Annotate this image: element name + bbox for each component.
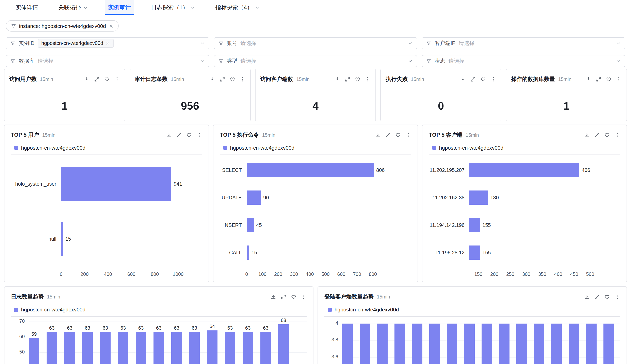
tab-topology[interactable]: 关联拓扑 [55,0,91,15]
filter-select-client-ip[interactable]: 客户端IP 请选择 [422,37,625,49]
category-label: 11.196.28.12 [429,239,465,266]
fullscreen-icon[interactable] [594,132,600,138]
download-icon[interactable] [586,76,591,82]
x-tick-label: 400 [306,272,314,277]
category-label: null [11,211,56,266]
selected-tag-text: hgpostcn-cn-wte4gdexv00d [41,40,103,46]
x-tick-label: 250 [506,272,514,277]
download-icon[interactable] [209,76,215,82]
filter-select-account[interactable]: 账号 请选择 [214,37,417,49]
value-label: 63 [263,325,269,331]
favorite-icon[interactable] [186,132,192,138]
download-icon[interactable] [84,76,90,82]
favorite-icon[interactable] [355,76,361,82]
tab-metric-explore[interactable]: 指标探索（4） [212,0,263,15]
favorite-icon[interactable] [604,294,610,300]
legend[interactable]: hgpostcn-cn-wte4gdexv00d [429,141,620,155]
fullscreen-icon[interactable] [281,294,286,300]
tab-log-explore[interactable]: 日志探索（1） [148,0,198,15]
filter-select-database[interactable]: 数据库 请选择 [6,55,209,67]
chart-card-top5-commands: TOP 5 执行命令 15min hgpostcn-cn-wte4gdexv00… [213,124,418,282]
y-tick-label: 3.6 [331,354,338,360]
fullscreen-icon[interactable] [596,76,601,82]
tab-instance-audit[interactable]: 实例审计 [105,0,134,15]
value-label: 63 [192,325,197,331]
bar [603,323,614,364]
more-icon[interactable] [614,294,620,300]
chevron-down-icon [190,5,195,10]
legend[interactable]: hgpostcn-cn-wte4gdexv00d [220,141,411,155]
download-icon[interactable] [375,132,381,138]
download-icon[interactable] [335,76,340,82]
bar [247,190,261,205]
filter-section: instance: hgpostcn-cn-wte4gdexv00d 实例ID … [0,15,631,67]
close-icon[interactable] [106,41,110,46]
bar [47,332,57,364]
chart-title: TOP 5 客户端 [429,132,463,139]
favorite-icon[interactable] [604,132,610,138]
chart-card-log-count-trend: 日志数量趋势 15min hgpostcn-cn-wte4gdexv00d 70… [4,286,313,364]
value-label: 15 [65,211,71,266]
fullscreen-icon[interactable] [176,132,182,138]
fullscreen-icon[interactable] [219,76,225,82]
fullscreen-icon[interactable] [345,76,350,82]
filter-select-type[interactable]: 类型 请选择 [214,55,417,67]
more-icon[interactable] [614,132,620,138]
legend[interactable]: hgpostcn-cn-wte4gdexv00d [11,141,202,155]
download-icon[interactable] [584,294,590,300]
fullscreen-icon[interactable] [94,76,100,82]
download-icon[interactable] [271,294,276,300]
more-icon[interactable] [491,76,496,82]
bar [61,222,63,256]
stat-value: 0 [386,100,496,112]
filter-select-instance-id[interactable]: 实例ID hgpostcn-cn-wte4gdexv00d [6,37,209,49]
category-label: 11.194.142.196 [429,211,465,239]
card-actions [271,294,307,300]
x-tick-label: 1000 [173,272,183,277]
bar [429,323,440,364]
bar [136,332,146,364]
more-icon[interactable] [301,294,307,300]
favorite-icon[interactable] [480,76,486,82]
legend[interactable]: hgpostcn-cn-wte4gdexv00d [324,303,620,317]
bar-chart-login-clients-trend: 43.83.6 [324,318,620,364]
more-icon[interactable] [240,76,245,82]
stat-card-database-count: 操作的数据库数量 15min 1 [506,69,627,121]
category-label: 11.202.162.38 [429,184,465,211]
download-icon[interactable] [584,132,590,138]
filter-label: 状态 [435,58,445,65]
x-tick-label: 0 [245,272,248,277]
plot-area: 596363636363636363636463636368 [29,318,307,364]
more-icon[interactable] [365,76,371,82]
legend[interactable]: hgpostcn-cn-wte4gdexv00d [11,303,307,317]
more-icon[interactable] [405,132,411,138]
more-icon[interactable] [196,132,202,138]
fullscreen-icon[interactable] [594,294,600,300]
time-range-label: 15min [47,294,60,300]
filter-select-status[interactable]: 状态 请选择 [422,55,625,67]
filter-placeholder: 请选择 [459,40,475,47]
favorite-icon[interactable] [606,76,611,82]
favorite-icon[interactable] [291,294,296,300]
bar [569,323,579,364]
filter-icon [426,58,432,64]
favorite-icon[interactable] [230,76,235,82]
fullscreen-icon[interactable] [385,132,391,138]
more-icon[interactable] [114,76,120,82]
tab-entity-detail[interactable]: 实体详情 [12,0,41,15]
card-actions [460,76,496,82]
filter-icon [10,58,15,64]
card-title: 访问客户端数 [260,76,293,83]
value-label: 90 [263,184,269,211]
favorite-icon[interactable] [395,132,401,138]
more-icon[interactable] [616,76,622,82]
bar [499,323,510,364]
close-icon[interactable] [109,24,113,28]
stat-value: 4 [260,100,371,112]
value-label: 59 [31,332,37,337]
download-icon[interactable] [460,76,466,82]
card-actions [586,76,622,82]
favorite-icon[interactable] [104,76,110,82]
fullscreen-icon[interactable] [470,76,476,82]
download-icon[interactable] [166,132,172,138]
